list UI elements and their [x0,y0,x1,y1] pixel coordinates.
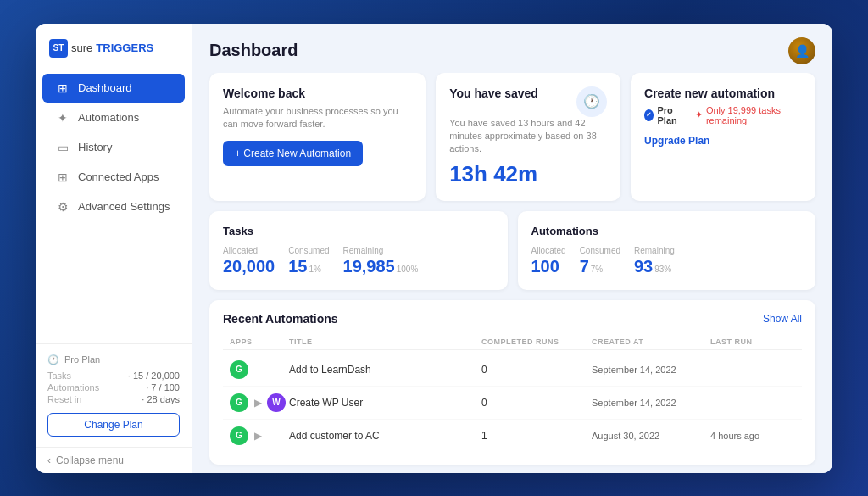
logo-icon: ST [49,39,68,58]
automations-consumed-col: Consumed 77% [580,246,620,276]
tasks-label: Tasks [47,371,71,381]
create-automation-button[interactable]: + Create New Automation [223,141,363,166]
app-icon-1: G [230,393,248,412]
chevron-left-icon: ‹ [47,454,51,466]
table-row[interactable]: G ▶ W Create WP User 0 September 14, 202… [223,387,802,420]
sidebar-item-label: Automations [78,111,139,124]
tasks-consumed-value: 151% [288,257,329,276]
automations-icon: ✦ [56,111,70,125]
sidebar: ST sure TRIGGERS ⊞ Dashboard ✦ Automatio… [36,24,192,473]
footer-reset-stat: Reset in · 28 days [47,394,180,404]
new-automation-card: Create new automation ✓ Pro Plan ✦ Only … [631,73,815,201]
tasks-stats-title: Tasks [223,225,494,237]
logo-text-triggers: TRIGGERS [96,42,153,54]
sidebar-item-label: History [78,141,112,153]
automations-stat-cols: Allocated 100 Consumed 77% Remaining [531,246,803,276]
automations-stats-card: Automations Allocated 100 Consumed 77% [518,211,816,290]
automations-allocated-label: Allocated [531,246,566,255]
tasks-allocated-col: Allocated 20,000 [223,246,275,276]
reset-label: Reset in [47,394,81,404]
tasks-allocated-value: 20,000 [223,257,275,276]
row-app-icons: G [230,360,289,379]
footer-plan: 🕐 Pro Plan [47,354,180,365]
change-plan-button[interactable]: Change Plan [47,413,180,437]
row-date: September 14, 2022 [592,398,710,408]
row-date: August 30, 2022 [592,431,710,441]
connected-apps-icon: ⊞ [56,170,70,184]
automations-value: · 7 / 100 [146,382,180,393]
saved-card: You have saved 🕐 You have saved 13 hours… [436,73,620,201]
row-app-icons: G ▶ W [230,393,289,412]
welcome-card: Welcome back Automate your business proc… [209,73,426,201]
automations-consumed-value: 77% [580,257,620,276]
col-created-at: CREATED AT [592,337,710,346]
sidebar-item-label: Dashboard [78,81,132,94]
plan-info-row: ✓ Pro Plan ✦ Only 19,999 tasks remaining [644,105,802,125]
welcome-description: Automate your business processes so you … [223,105,412,131]
avatar-image: 👤 [788,37,815,64]
automations-stats-title: Automations [531,225,803,237]
main-header: Dashboard 👤 [192,24,832,73]
col-title: TITLE [289,337,481,346]
sidebar-nav: ⊞ Dashboard ✦ Automations ▭ History ⊞ Co… [36,70,192,343]
saved-header: You have saved 🕐 [449,86,607,117]
collapse-menu[interactable]: ‹ Collapse menu [36,447,192,473]
content-area: Welcome back Automate your business proc… [192,73,832,473]
logo: ST sure TRIGGERS [36,24,192,70]
recent-automations-header: Recent Automations Show All [223,312,802,326]
row-title: Create WP User [289,397,481,409]
welcome-title: Welcome back [223,86,412,100]
recent-automations-section: Recent Automations Show All APPS TITLE C… [209,300,815,465]
collapse-label: Collapse menu [56,454,124,466]
row-runs: 0 [481,397,592,409]
plan-label: Pro Plan [64,354,100,365]
app-icon-1: G [230,426,248,445]
table-header: APPS TITLE COMPLETED RUNS CREATED AT LAS… [223,334,802,350]
arrow-icon: ▶ [251,429,264,443]
show-all-link[interactable]: Show All [763,313,802,325]
tasks-remaining-text: Only 19,999 tasks remaining [706,105,802,125]
saved-time: 13h 42m [449,161,607,187]
tasks-allocated-label: Allocated [223,246,275,255]
row-title: Add customer to AC [289,430,481,442]
sidebar-footer: 🕐 Pro Plan Tasks · 15 / 20,000 Automatio… [36,343,192,447]
automations-remaining-label: Remaining [634,246,675,255]
sidebar-item-automations[interactable]: ✦ Automations [42,103,185,132]
dashboard-icon: ⊞ [56,81,70,95]
tasks-stats-card: Tasks Allocated 20,000 Consumed 151% [209,211,508,290]
row-runs: 1 [481,430,592,442]
row-lastrun: 4 hours ago [710,431,795,441]
saved-description: You have saved 13 hours and 42 minutes a… [449,117,607,156]
plan-badge: ✓ Pro Plan [644,105,688,125]
automations-remaining-col: Remaining 9393% [634,246,675,276]
avatar[interactable]: 👤 [788,37,815,64]
row-lastrun: -- [710,365,795,375]
sidebar-item-label: Advanced Settings [78,200,170,213]
main-content: Dashboard 👤 Welcome back Automate your b… [192,24,832,473]
table-row[interactable]: G Add to LearnDash 0 September 14, 2022 … [223,354,802,387]
automations-allocated-value: 100 [531,257,566,276]
table-row[interactable]: G ▶ Add customer to AC 1 August 30, 2022… [223,420,802,452]
upgrade-plan-button[interactable]: Upgrade Plan [644,135,709,147]
sidebar-item-history[interactable]: ▭ History [42,133,185,162]
stats-row: Tasks Allocated 20,000 Consumed 151% [209,211,815,290]
row-date: September 14, 2022 [592,365,710,375]
row-app-icons: G ▶ [230,426,289,445]
automations-remaining-value: 9393% [634,257,675,276]
lightning-icon: ✦ [695,109,703,120]
sidebar-item-connected-apps[interactable]: ⊞ Connected Apps [42,163,185,192]
new-automation-title: Create new automation [644,86,802,100]
page-title: Dashboard [209,41,298,60]
clock-icon: 🕐 [576,86,607,117]
plan-label: Pro Plan [657,105,687,125]
app-icon-wp: W [267,393,286,412]
tasks-remaining: ✦ Only 19,999 tasks remaining [695,105,802,125]
automations-consumed-label: Consumed [580,246,620,255]
tasks-remaining-label: Remaining [343,246,419,255]
settings-icon: ⚙ [56,200,70,214]
recent-automations-title: Recent Automations [223,312,338,326]
sidebar-item-dashboard[interactable]: ⊞ Dashboard [42,74,185,103]
sidebar-item-label: Connected Apps [78,170,159,183]
tasks-value: · 15 / 20,000 [128,371,180,381]
sidebar-item-advanced-settings[interactable]: ⚙ Advanced Settings [42,192,185,221]
